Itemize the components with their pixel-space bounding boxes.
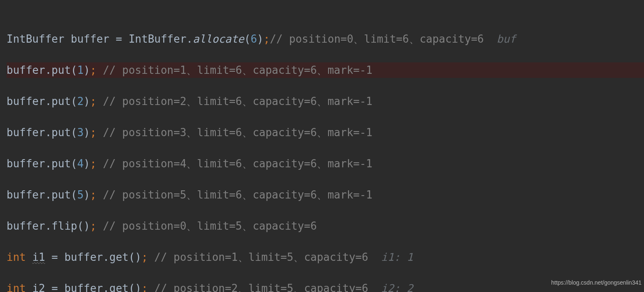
token-paren: ( <box>71 126 78 139</box>
token-variable: buffer <box>64 282 103 292</box>
token-paren: ( <box>244 33 251 45</box>
token-comment: // position=1、limit=6、capacity=6、mark=-1 <box>96 64 372 76</box>
token-comment: // position=2、limit=5、capacity=6 <box>148 282 381 292</box>
token-comment: // position=1、limit=5、capacity=6 <box>148 251 381 263</box>
inlay-hint: buf <box>497 33 516 45</box>
token-paren: ) <box>135 282 142 292</box>
token-operator: = <box>45 251 64 263</box>
token-semicolon: ; <box>90 64 97 76</box>
token-variable: buffer <box>7 64 45 76</box>
token-operator: = <box>45 282 64 292</box>
code-line[interactable]: buffer.put(4); // position=4、limit=6、cap… <box>7 156 644 171</box>
token-paren: ) <box>84 189 90 201</box>
token-dot: . <box>45 64 52 76</box>
token-semicolon: ; <box>90 220 97 232</box>
token-variable: buffer <box>7 157 45 170</box>
token-paren: ) <box>84 126 90 139</box>
token-variable: buffer <box>7 95 45 107</box>
code-line[interactable]: buffer.put(2); // position=2、limit=6、cap… <box>7 94 644 109</box>
token-dot: . <box>45 95 52 107</box>
token-method: put <box>52 64 71 76</box>
code-line[interactable]: buffer.flip(); // position=0、limit=5、cap… <box>7 218 644 234</box>
token-semicolon: ; <box>142 251 148 263</box>
inlay-hint: i2: 2 <box>381 282 413 292</box>
token-comment: // position=2、limit=6、capacity=6、mark=-1 <box>96 95 372 107</box>
token-variable: buffer <box>7 220 45 232</box>
token-paren: ) <box>257 33 264 45</box>
token-keyword: int <box>7 282 26 292</box>
token-comment: // position=0、limit=5、capacity=6 <box>96 220 317 232</box>
token-number: 1 <box>77 64 84 76</box>
token-number: 2 <box>77 95 84 107</box>
token-number: 3 <box>77 126 84 139</box>
token-dot: . <box>186 33 193 45</box>
token-paren: ) <box>84 157 90 170</box>
code-editor[interactable]: IntBuffer buffer = IntBuffer.allocate(6)… <box>0 0 644 292</box>
inlay-hint: i1: 1 <box>381 251 413 263</box>
token-paren: ) <box>84 220 90 232</box>
code-line[interactable]: buffer.put(5); // position=5、limit=6、cap… <box>7 187 644 203</box>
token-method: allocate <box>193 33 244 45</box>
token-comment: // position=0、limit=6、capacity=6 <box>270 33 497 45</box>
token-semicolon: ; <box>90 189 97 201</box>
token-variable: buffer <box>64 251 103 263</box>
watermark: https://blog.csdn.net/gongsenlin341 <box>551 275 642 290</box>
token-class: IntBuffer <box>128 33 186 45</box>
token-method: put <box>52 189 71 201</box>
token-paren: ) <box>135 251 142 263</box>
token-dot: . <box>45 189 52 201</box>
token-comment: // position=4、limit=6、capacity=6、mark=-1 <box>96 157 372 170</box>
token-paren: ) <box>84 95 90 107</box>
token-paren: ( <box>77 220 84 232</box>
token-semicolon: ; <box>90 157 97 170</box>
token-operator: = <box>109 33 128 45</box>
token-dot: . <box>45 157 52 170</box>
token-number: 5 <box>77 189 84 201</box>
token-method: put <box>52 157 71 170</box>
code-line-highlighted[interactable]: buffer.put(1); // position=1、limit=6、cap… <box>7 62 644 78</box>
token-method: put <box>52 126 71 139</box>
token-method: get <box>109 251 128 263</box>
token-paren: ( <box>128 251 135 263</box>
token-paren: ( <box>71 64 78 76</box>
token-variable: buffer <box>7 126 45 139</box>
token-dot: . <box>45 220 52 232</box>
token-number: 6 <box>251 33 257 45</box>
token-semicolon: ; <box>263 33 270 45</box>
token-variable: buffer <box>71 33 110 45</box>
token-method: put <box>52 95 71 107</box>
token-variable: i2 <box>32 282 45 292</box>
token-paren: ( <box>128 282 135 292</box>
token-comment: // position=3、limit=6、capacity=6、mark=-1 <box>96 126 372 139</box>
code-line[interactable]: int i2 = buffer.get(); // position=2、lim… <box>7 281 644 292</box>
token-dot: . <box>103 251 110 263</box>
token-paren: ( <box>71 189 78 201</box>
token-semicolon: ; <box>142 282 148 292</box>
token-method: get <box>109 282 128 292</box>
token-semicolon: ; <box>90 95 97 107</box>
code-line[interactable]: IntBuffer buffer = IntBuffer.allocate(6)… <box>7 31 644 47</box>
token-paren: ) <box>84 64 90 76</box>
code-line[interactable]: int i1 = buffer.get(); // position=1、lim… <box>7 249 644 265</box>
token-variable: buffer <box>7 189 45 201</box>
token-type: IntBuffer <box>7 33 64 45</box>
token-paren: ( <box>71 157 78 170</box>
token-variable: i1 <box>32 251 45 263</box>
token-paren: ( <box>71 95 78 107</box>
code-line[interactable]: buffer.put(3); // position=3、limit=6、cap… <box>7 125 644 140</box>
token-comment: // position=5、limit=6、capacity=6、mark=-1 <box>96 189 372 201</box>
token-number: 4 <box>77 157 84 170</box>
token-dot: . <box>103 282 110 292</box>
token-dot: . <box>45 126 52 139</box>
token-semicolon: ; <box>90 126 97 139</box>
token-keyword: int <box>7 251 26 263</box>
token-method: flip <box>52 220 78 232</box>
